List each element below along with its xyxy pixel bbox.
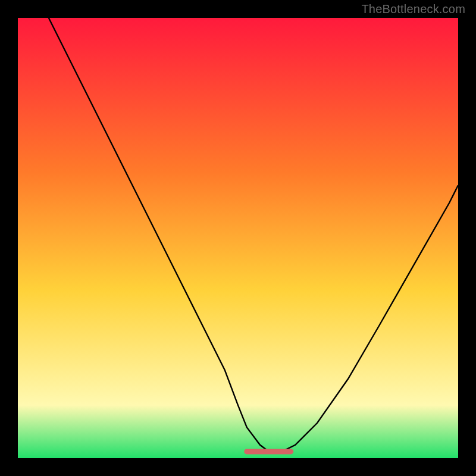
watermark-text: TheBottleneck.com [361,2,465,16]
gradient-background [18,18,458,458]
chart-frame: TheBottleneck.com [0,0,476,476]
chart-svg [18,18,458,458]
bottleneck-plot [18,18,458,458]
